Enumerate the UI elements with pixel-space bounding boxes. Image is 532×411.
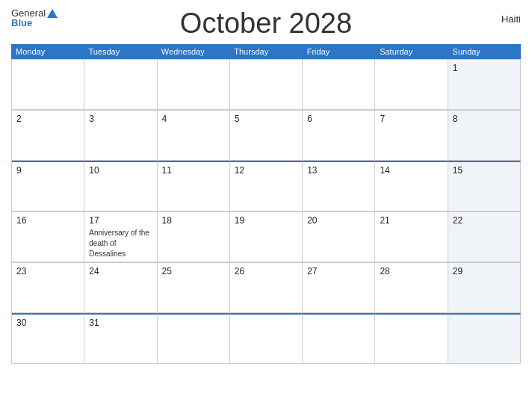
day-number: 28 [380, 266, 442, 276]
day-header-wednesday: Wednesday [157, 44, 229, 59]
calendar-container: General Blue October 2028 Haiti Monday T… [0, 0, 532, 411]
day-cell: 7 [375, 110, 448, 161]
day-cell: 5 [230, 110, 303, 161]
day-number: 16 [16, 215, 79, 226]
day-cell: 22 [448, 211, 521, 262]
day-cell [303, 313, 375, 364]
logo: General Blue [11, 7, 58, 28]
day-cell: 16 [12, 211, 84, 262]
day-number: 30 [16, 318, 79, 328]
day-number: 11 [162, 165, 225, 176]
day-number: 21 [380, 215, 442, 226]
day-cell [158, 59, 230, 110]
day-cell: 9 [12, 161, 84, 211]
day-cell: 15 [448, 161, 521, 211]
day-number: 19 [235, 215, 297, 226]
day-cell: 4 [158, 110, 230, 161]
day-cell: 11 [158, 161, 230, 211]
day-cell: 18 [158, 211, 230, 262]
day-cell [448, 313, 521, 364]
event-text: Anniversary of the death of Dessalines [89, 229, 149, 258]
day-cell [158, 313, 230, 364]
day-number: 7 [380, 114, 442, 124]
country-label: Haiti [501, 13, 521, 25]
day-cell: 10 [84, 161, 157, 211]
day-header-sunday: Sunday [448, 44, 521, 59]
day-number: 20 [307, 215, 370, 226]
day-number: 15 [453, 165, 516, 176]
logo-blue-text: Blue [11, 18, 32, 28]
day-number: 26 [235, 266, 297, 276]
logo-triangle-icon [47, 9, 58, 18]
day-cell: 13 [303, 161, 375, 211]
day-cell: 30 [12, 313, 84, 364]
day-number: 8 [453, 114, 516, 124]
calendar-grid: 1234567891011121314151617Anniversary of … [11, 59, 521, 364]
day-number: 22 [453, 215, 516, 226]
day-cell: 12 [230, 161, 303, 211]
day-number: 6 [307, 114, 370, 124]
day-number: 17 [89, 215, 152, 226]
day-cell: 20 [303, 211, 375, 262]
day-number: 10 [89, 165, 152, 176]
day-number: 2 [16, 114, 79, 124]
day-number: 5 [235, 114, 297, 124]
day-cell [303, 59, 375, 110]
day-cell: 2 [12, 110, 84, 161]
day-cell: 21 [375, 211, 448, 262]
day-cell [230, 313, 303, 364]
day-number: 25 [162, 266, 225, 276]
day-cell: 1 [448, 59, 521, 110]
day-cell: 25 [158, 262, 230, 313]
day-number: 9 [16, 165, 79, 176]
day-cell: 26 [230, 262, 303, 313]
day-cell: 31 [84, 313, 157, 364]
day-cell: 3 [84, 110, 157, 161]
day-number: 27 [307, 266, 370, 276]
day-number: 24 [89, 266, 152, 276]
day-cell [12, 59, 84, 110]
day-cell: 23 [12, 262, 84, 313]
calendar-header: General Blue October 2028 Haiti [11, 7, 521, 40]
day-cell: 8 [448, 110, 521, 161]
day-cell [375, 313, 448, 364]
day-cell: 24 [84, 262, 157, 313]
day-cell: 6 [303, 110, 375, 161]
day-cell [375, 59, 448, 110]
day-number: 23 [16, 266, 79, 276]
day-number: 18 [162, 215, 225, 226]
day-header-monday: Monday [11, 44, 84, 59]
day-header-thursday: Thursday [229, 44, 302, 59]
day-number: 31 [89, 318, 152, 328]
day-cell: 19 [230, 211, 303, 262]
day-cell: 28 [375, 262, 448, 313]
day-number: 14 [380, 165, 442, 176]
day-header-saturday: Saturday [375, 44, 448, 59]
day-cell: 14 [375, 161, 448, 211]
day-cell [84, 59, 157, 110]
day-number: 29 [453, 266, 516, 276]
day-number: 4 [162, 114, 225, 124]
day-number: 13 [307, 165, 370, 176]
day-cell: 17Anniversary of the death of Dessalines [84, 211, 157, 262]
day-number: 1 [453, 63, 516, 73]
day-number: 3 [89, 114, 152, 124]
month-title: October 2028 [180, 7, 352, 40]
logo-general-text: General [11, 8, 46, 18]
day-header-friday: Friday [303, 44, 375, 59]
days-header: Monday Tuesday Wednesday Thursday Friday… [11, 44, 521, 59]
day-cell: 29 [448, 262, 521, 313]
day-header-tuesday: Tuesday [84, 44, 156, 59]
day-number: 12 [235, 165, 297, 176]
day-cell: 27 [303, 262, 375, 313]
day-cell [230, 59, 303, 110]
